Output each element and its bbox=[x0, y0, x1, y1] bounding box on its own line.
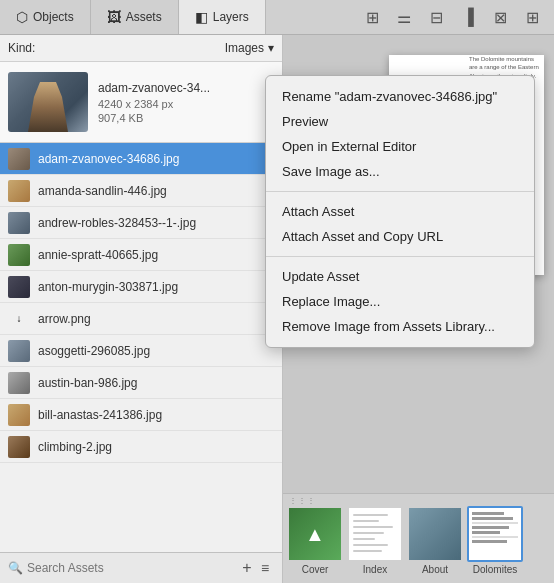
align-right-icon[interactable]: ⊟ bbox=[422, 3, 450, 31]
filmstrip-item-dolomites[interactable]: Dolomites bbox=[467, 506, 523, 575]
filmstrip-item-index[interactable]: Index bbox=[347, 506, 403, 575]
search-input[interactable] bbox=[27, 561, 234, 575]
menu-item-replace-image[interactable]: Replace Image... bbox=[266, 289, 534, 314]
list-item[interactable]: austin-ban-986.jpg bbox=[0, 367, 282, 399]
asset-info: adam-zvanovec-34... 4240 x 2384 px 907,4… bbox=[98, 72, 210, 132]
filmstrip-item-about[interactable]: About bbox=[407, 506, 463, 575]
item-thumbnail bbox=[8, 340, 30, 362]
asset-thumbnail bbox=[8, 72, 88, 132]
left-panel: Kind: Images ▾ adam-zvanovec-34... 4240 … bbox=[0, 35, 283, 583]
filmstrip-label-cover: Cover bbox=[302, 564, 329, 575]
item-name: arrow.png bbox=[38, 312, 91, 326]
layers-icon: ◧ bbox=[195, 9, 208, 25]
asset-dimensions: 4240 x 2384 px bbox=[98, 98, 210, 110]
asset-list: adam-zvanovec-34686.jpg › amanda-sandlin… bbox=[0, 143, 282, 552]
menu-item-rename[interactable]: Rename "adam-zvanovec-34686.jpg" bbox=[266, 84, 534, 109]
tab-layers[interactable]: ◧ Layers bbox=[179, 0, 266, 34]
item-name: annie-spratt-40665.jpg bbox=[38, 248, 158, 262]
asset-preview-card: adam-zvanovec-34... 4240 x 2384 px 907,4… bbox=[0, 62, 282, 143]
item-thumbnail bbox=[8, 436, 30, 458]
menu-item-update-asset[interactable]: Update Asset bbox=[266, 264, 534, 289]
list-item[interactable]: asoggetti-296085.jpg bbox=[0, 335, 282, 367]
item-name: amanda-sandlin-446.jpg bbox=[38, 184, 167, 198]
filmstrip-item-cover[interactable]: ▲ Cover bbox=[287, 506, 343, 575]
kind-filter-bar: Kind: Images ▾ bbox=[0, 35, 282, 62]
item-name: andrew-robles-328453--1-.jpg bbox=[38, 216, 196, 230]
tab-objects-label: Objects bbox=[33, 10, 74, 24]
cover-thumb-icon: ▲ bbox=[305, 523, 325, 546]
filmstrip-label-dolomites: Dolomites bbox=[473, 564, 517, 575]
list-view-button[interactable]: ≡ bbox=[256, 559, 274, 577]
menu-item-attach-asset[interactable]: Attach Asset bbox=[266, 199, 534, 224]
chevron-down-icon: ▾ bbox=[268, 41, 274, 55]
objects-icon: ⬡ bbox=[16, 9, 28, 25]
item-name: austin-ban-986.jpg bbox=[38, 376, 137, 390]
search-icon: 🔍 bbox=[8, 561, 23, 575]
asset-preview-name: adam-zvanovec-34... bbox=[98, 81, 210, 95]
filmstrip-label-about: About bbox=[422, 564, 448, 575]
filmstrip-items: ▲ Cover bbox=[283, 506, 554, 583]
menu-item-attach-copy[interactable]: Attach Asset and Copy URL bbox=[266, 224, 534, 249]
list-item[interactable]: anton-murygin-303871.jpg bbox=[0, 271, 282, 303]
item-name: anton-murygin-303871.jpg bbox=[38, 280, 178, 294]
item-thumbnail bbox=[8, 372, 30, 394]
item-thumbnail bbox=[8, 180, 30, 202]
align-center-icon[interactable]: ⚌ bbox=[390, 3, 418, 31]
menu-separator-2 bbox=[266, 256, 534, 257]
add-asset-button[interactable]: + bbox=[238, 559, 256, 577]
context-menu: Rename "adam-zvanovec-34686.jpg" Preview… bbox=[265, 75, 535, 348]
search-bar: 🔍 + ≡ bbox=[0, 552, 282, 583]
item-thumbnail bbox=[8, 404, 30, 426]
right-toolbar: ⊞ ⚌ ⊟ ▐ ⊠ ⊞ bbox=[358, 3, 554, 31]
menu-item-remove-image[interactable]: Remove Image from Assets Library... bbox=[266, 314, 534, 339]
list-item[interactable]: andrew-robles-328453--1-.jpg bbox=[0, 207, 282, 239]
filmstrip-handle[interactable]: ⋮⋮⋮ bbox=[283, 494, 554, 506]
tab-bar: ⬡ Objects 🖼 Assets ◧ Layers ⊞ ⚌ ⊟ ▐ ⊠ ⊞ bbox=[0, 0, 554, 35]
item-thumbnail bbox=[8, 148, 30, 170]
resize-icon[interactable]: ⊠ bbox=[486, 3, 514, 31]
filmstrip: ⋮⋮⋮ ▲ Cover bbox=[283, 493, 554, 583]
kind-dropdown-value: Images bbox=[225, 41, 264, 55]
menu-separator bbox=[266, 191, 534, 192]
tab-layers-label: Layers bbox=[213, 10, 249, 24]
list-item[interactable]: adam-zvanovec-34686.jpg › bbox=[0, 143, 282, 175]
filmstrip-thumb-dolomites bbox=[467, 506, 523, 562]
bar-chart-icon[interactable]: ▐ bbox=[454, 3, 482, 31]
assets-icon: 🖼 bbox=[107, 9, 121, 25]
filmstrip-thumb-about bbox=[407, 506, 463, 562]
filmstrip-label-index: Index bbox=[363, 564, 387, 575]
item-thumbnail bbox=[8, 212, 30, 234]
kind-dropdown[interactable]: Images ▾ bbox=[225, 41, 274, 55]
filmstrip-thumb-cover: ▲ bbox=[287, 506, 343, 562]
handle-dots-icon: ⋮⋮⋮ bbox=[289, 496, 316, 505]
menu-item-preview[interactable]: Preview bbox=[266, 109, 534, 134]
item-thumbnail bbox=[8, 244, 30, 266]
align-left-icon[interactable]: ⊞ bbox=[358, 3, 386, 31]
item-thumbnail: ↓ bbox=[8, 308, 30, 330]
item-name: asoggetti-296085.jpg bbox=[38, 344, 150, 358]
item-name: bill-anastas-241386.jpg bbox=[38, 408, 162, 422]
list-item[interactable]: ↓ arrow.png bbox=[0, 303, 282, 335]
list-item[interactable]: climbing-2.jpg bbox=[0, 431, 282, 463]
kind-label: Kind: bbox=[8, 41, 225, 55]
menu-item-open-external[interactable]: Open in External Editor bbox=[266, 134, 534, 159]
tab-assets-label: Assets bbox=[126, 10, 162, 24]
tab-assets[interactable]: 🖼 Assets bbox=[91, 0, 179, 34]
filmstrip-thumb-index bbox=[347, 506, 403, 562]
item-thumbnail bbox=[8, 276, 30, 298]
item-name: adam-zvanovec-34686.jpg bbox=[38, 152, 179, 166]
menu-item-save-as[interactable]: Save Image as... bbox=[266, 159, 534, 184]
list-item[interactable]: bill-anastas-241386.jpg bbox=[0, 399, 282, 431]
item-name: climbing-2.jpg bbox=[38, 440, 112, 454]
list-item[interactable]: amanda-sandlin-446.jpg bbox=[0, 175, 282, 207]
list-item[interactable]: annie-spratt-40665.jpg bbox=[0, 239, 282, 271]
tab-objects[interactable]: ⬡ Objects bbox=[0, 0, 91, 34]
arrange-icon[interactable]: ⊞ bbox=[518, 3, 546, 31]
asset-size: 907,4 KB bbox=[98, 112, 210, 124]
